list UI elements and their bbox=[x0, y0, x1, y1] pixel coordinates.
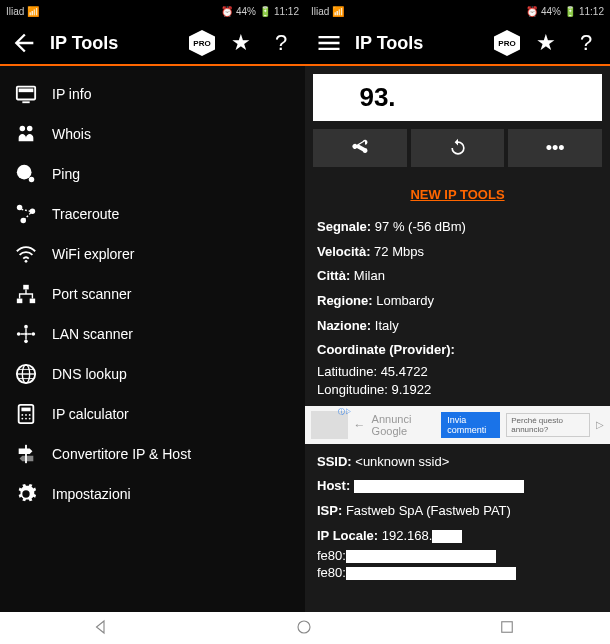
ad-tag-icon: ⓘ▷ bbox=[338, 407, 352, 417]
lon-value: 9.1922 bbox=[391, 382, 431, 397]
ip-value: 93. bbox=[359, 82, 395, 112]
route-icon bbox=[14, 202, 38, 226]
menu-item-portscan[interactable]: Port scanner bbox=[0, 274, 305, 314]
nav-back-button[interactable] bbox=[92, 618, 112, 638]
menu-item-lanscan[interactable]: LAN scanner bbox=[0, 314, 305, 354]
app-bar: IP Tools PRO ★ ? bbox=[0, 22, 305, 66]
info-panel-2: SSID: <unknown ssid> Host: ISP: Fastweb … bbox=[305, 450, 610, 583]
menu-item-whois[interactable]: Whois bbox=[0, 114, 305, 154]
back-icon[interactable] bbox=[10, 29, 38, 57]
menu-label: IP calculator bbox=[52, 406, 129, 422]
city-label: Città: bbox=[317, 268, 350, 283]
signal-icon: 📶 bbox=[332, 6, 344, 17]
calculator-icon bbox=[14, 402, 38, 426]
redacted bbox=[432, 530, 462, 543]
people-icon bbox=[14, 122, 38, 146]
help-icon[interactable]: ? bbox=[572, 29, 600, 57]
svg-point-33 bbox=[298, 621, 310, 633]
ad-banner[interactable]: ⓘ▷ ← Annunci Google Invia commenti Perch… bbox=[305, 406, 610, 444]
svg-rect-12 bbox=[17, 299, 23, 304]
menu-item-dns[interactable]: DNS lookup bbox=[0, 354, 305, 394]
menu-item-traceroute[interactable]: Traceroute bbox=[0, 194, 305, 234]
svg-rect-13 bbox=[30, 299, 35, 304]
menu-item-ipinfo[interactable]: IP info bbox=[0, 74, 305, 114]
menu-item-ping[interactable]: Ping bbox=[0, 154, 305, 194]
new-tools-link[interactable]: NEW IP TOOLS bbox=[410, 187, 504, 202]
menu-item-ipcalc[interactable]: IP calculator bbox=[0, 394, 305, 434]
ad-why-button[interactable]: Perché questo annuncio? bbox=[506, 413, 590, 437]
signal-label: Segnale: bbox=[317, 219, 371, 234]
speed-value: 72 Mbps bbox=[374, 244, 424, 259]
lon-label: Longitudine: bbox=[317, 382, 388, 397]
nav-recent-button[interactable] bbox=[498, 618, 518, 638]
fe80-2: fe80: bbox=[317, 565, 346, 580]
host-label: Host: bbox=[317, 478, 350, 493]
battery-icon: 🔋 bbox=[259, 6, 271, 17]
pro-badge[interactable]: PRO bbox=[189, 30, 215, 56]
clock-label: 11:12 bbox=[579, 6, 604, 17]
wifi-icon bbox=[14, 242, 38, 266]
carrier-label: Iliad bbox=[311, 6, 329, 17]
hamburger-icon[interactable] bbox=[315, 29, 343, 57]
refresh-button[interactable] bbox=[411, 129, 505, 167]
menu-label: Traceroute bbox=[52, 206, 119, 222]
signal-value: 97 % (-56 dBm) bbox=[375, 219, 466, 234]
menu-label: LAN scanner bbox=[52, 326, 133, 342]
svg-point-17 bbox=[24, 340, 28, 344]
iplocal-label: IP Locale: bbox=[317, 528, 378, 543]
pro-badge[interactable]: PRO bbox=[494, 30, 520, 56]
menu-item-settings[interactable]: Impostazioni bbox=[0, 474, 305, 514]
svg-point-3 bbox=[20, 126, 25, 132]
fe80-1: fe80: bbox=[317, 548, 346, 563]
more-button[interactable]: ••• bbox=[508, 129, 602, 167]
lat-label: Latitudine: bbox=[317, 364, 377, 379]
svg-point-30 bbox=[25, 418, 27, 420]
status-bar: Iliad 📶 ⏰ 44% 🔋 11:12 bbox=[305, 0, 610, 22]
isp-label: ISP: bbox=[317, 503, 342, 518]
carrier-label: Iliad bbox=[6, 6, 24, 17]
star-icon[interactable]: ★ bbox=[227, 29, 255, 57]
menu-item-converter[interactable]: Convertitore IP & Host bbox=[0, 434, 305, 474]
ssid-value: <unknown ssid> bbox=[355, 454, 449, 469]
battery-label: 44% bbox=[541, 6, 561, 17]
status-bar: Iliad 📶 ⏰ 44% 🔋 11:12 bbox=[0, 0, 305, 22]
menu-label: Ping bbox=[52, 166, 80, 182]
menu-list: IP info Whois Ping Traceroute WiFi explo… bbox=[0, 66, 305, 612]
lan-icon bbox=[14, 322, 38, 346]
ad-feedback-button[interactable]: Invia commenti bbox=[441, 412, 500, 438]
redacted bbox=[396, 87, 556, 111]
paddle-icon bbox=[14, 162, 38, 186]
speed-label: Velocità: bbox=[317, 244, 370, 259]
svg-rect-1 bbox=[19, 89, 34, 93]
nav-home-button[interactable] bbox=[295, 618, 315, 638]
ad-thumbnail: ⓘ▷ bbox=[311, 411, 348, 439]
star-icon[interactable]: ★ bbox=[532, 29, 560, 57]
info-panel: Segnale: 97 % (-56 dBm) Velocità: 72 Mbp… bbox=[305, 215, 610, 400]
menu-label: WiFi explorer bbox=[52, 246, 134, 262]
ad-back-icon: ← bbox=[354, 418, 366, 432]
city-value: Milan bbox=[354, 268, 385, 283]
lat-value: 45.4722 bbox=[381, 364, 428, 379]
menu-label: Impostazioni bbox=[52, 486, 131, 502]
nation-label: Nazione: bbox=[317, 318, 371, 333]
globe-icon bbox=[14, 362, 38, 386]
app-title: IP Tools bbox=[50, 33, 177, 54]
region-label: Regione: bbox=[317, 293, 373, 308]
svg-point-18 bbox=[24, 332, 28, 336]
svg-point-5 bbox=[17, 165, 32, 180]
redacted bbox=[346, 567, 516, 580]
menu-item-wifi[interactable]: WiFi explorer bbox=[0, 234, 305, 274]
svg-point-4 bbox=[27, 126, 32, 132]
action-row: ••• bbox=[305, 129, 610, 167]
menu-label: Port scanner bbox=[52, 286, 131, 302]
link-banner: NEW IP TOOLS bbox=[305, 173, 610, 215]
redacted bbox=[354, 480, 524, 493]
alarm-icon: ⏰ bbox=[526, 6, 538, 17]
region-value: Lombardy bbox=[376, 293, 434, 308]
svg-point-6 bbox=[29, 177, 35, 183]
monitor-icon bbox=[14, 82, 38, 106]
help-icon[interactable]: ? bbox=[267, 29, 295, 57]
signal-icon: 📶 bbox=[27, 6, 39, 17]
menu-label: IP info bbox=[52, 86, 91, 102]
share-button[interactable] bbox=[313, 129, 407, 167]
